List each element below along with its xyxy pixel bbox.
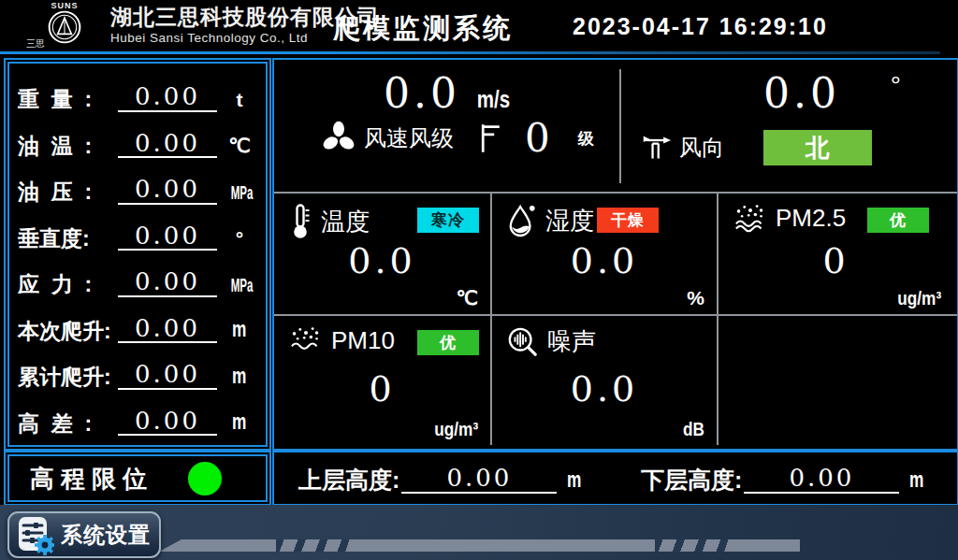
current-climb-label: 本次爬升: [18,319,113,343]
elevation-limit-box: 高程限位 [4,451,271,506]
temperature-card: 温度 寒冷 0.0 ℃ [274,194,490,314]
wind-direction-value: 0.0 [763,69,840,117]
pm10-status-badge: 优 [417,330,479,355]
total-climb-label: 累计爬升: [18,365,113,389]
oil-temp-label: 油 温 : [18,134,113,158]
temperature-unit: ℃ [456,287,478,309]
wind-speed-label: 风速风级 [364,123,454,153]
system-settings-button[interactable]: 系统设置 [7,511,161,558]
verticality-label: 垂直度: [18,226,113,251]
wind-direction-row: 风向 [642,133,724,163]
temperature-value: 0.0 [274,240,490,283]
wind-level-row: 风速风级 0 级 [321,119,619,158]
wind-level-value: 0 [525,119,554,158]
humidity-unit: % [687,287,704,309]
noise-value: 0.0 [492,368,717,411]
oil-pressure-unit: MPa [222,180,257,205]
metric-row-height-diff: 高 差 : 0.00 m [18,395,257,438]
logo-mark-icon [48,10,81,44]
temperature-status-badge: 寒冷 [417,208,479,233]
verticality-unit: ° [222,226,257,251]
upper-height-group: 上层高度: 0.00 m [298,460,585,494]
metric-row-weight: 重 量 : 0.00 t [18,71,257,114]
particles-icon [289,325,323,355]
noise-meter-icon [507,326,539,358]
upper-height-value: 0.00 [401,465,557,494]
noise-header: 噪声 [507,325,596,358]
climbing-formwork-monitor-screen: SUNS 三思 湖北三思科技股份有限公司 Hubei Sansi Technol… [0,0,958,560]
pm10-card: PM10 优 0 ug/m³ [274,316,490,445]
current-climb-unit: m [222,315,257,343]
height-diff-value: 0.00 [118,408,217,437]
elevation-limit-status-light [188,462,222,495]
oil-pressure-value: 0.00 [118,176,217,205]
metric-row-oil-pressure: 油 压 : 0.00 MPa [18,164,257,207]
metric-rows: 重 量 : 0.00 t 油 温 : 0.00 ℃ 油 压 : 0.00 MPa… [18,69,257,439]
fan-icon [321,121,356,156]
lower-height-value: 0.00 [744,465,899,494]
system-settings-label: 系统设置 [61,521,151,550]
wind-speed-value: 0.0 [384,69,460,117]
upper-height-unit: m [564,467,584,494]
height-diff-label: 高 差 : [18,411,113,436]
wind-vane-icon [642,133,672,163]
pm10-value: 0 [274,368,490,411]
height-diff-unit: m [222,408,257,436]
elevation-limit-box-inner: 高程限位 [7,454,268,502]
total-climb-value: 0.00 [118,361,217,390]
metric-row-current-climb: 本次爬升: 0.00 m [18,302,257,345]
oil-temp-value: 0.00 [118,130,217,159]
pm25-card: PM2.5 优 0 ug/m³ [718,194,953,314]
wind-speed-value-line: 0.0m/s [274,69,619,117]
stress-label: 应 力 : [18,272,113,296]
stripe-gap [276,539,349,552]
pm10-label: PM10 [331,326,395,355]
upper-height-label: 上层高度: [298,467,399,494]
humidity-status-badge: 干燥 [597,208,659,233]
total-climb-unit: m [222,362,257,390]
layer-heights-box: 上层高度: 0.00 m 下层高度: 0.00 m [272,451,958,506]
humidity-label: 湿度 [545,205,594,237]
logo-suns-text: SUNS [24,1,105,10]
settings-sliders-gear-icon [17,514,54,555]
header-divider [0,51,940,54]
stress-value: 0.00 [118,268,217,297]
lower-height-label: 下层高度: [641,467,742,494]
noise-unit: dB [678,418,704,440]
humidity-card: 湿度 干燥 0.0 % [492,194,717,314]
weight-unit: t [222,88,257,112]
noise-label: 噪声 [547,325,596,358]
wind-direction-label: 风向 [679,133,724,163]
hydraulic-metrics-panel-inner: 重 量 : 0.00 t 油 温 : 0.00 ℃ 油 压 : 0.00 MPa… [7,62,268,447]
temperature-header: 温度 [289,203,370,240]
oil-pressure-label: 油 压 : [18,179,113,204]
weight-value: 0.00 [118,83,217,112]
wind-direction-indicator[interactable]: 北 [763,130,872,165]
wind-speed-section: 0.0m/s 风速风级 0 级 [274,60,619,192]
thermometer-icon [289,203,312,240]
wind-level-unit: 级 [578,128,594,150]
humidity-header: 湿度 [507,203,594,238]
pm25-label: PM2.5 [776,204,846,233]
stress-unit: MPa [222,273,257,297]
metric-row-oil-temp: 油 温 : 0.00 ℃ [18,117,257,160]
droplet-icon [507,203,537,238]
bottom-taskbar: 系统设置 [0,505,958,560]
metric-row-stress: 应 力 : 0.00 MPa [18,256,257,299]
particles-icon [733,203,767,233]
wind-direction-unit: ° [891,71,901,101]
hydraulic-metrics-panel: 重 量 : 0.00 t 油 温 : 0.00 ℃ 油 压 : 0.00 MPa… [4,58,271,451]
pm25-value: 0 [718,240,953,283]
pm10-header: PM10 [289,325,395,355]
metric-row-total-climb: 累计爬升: 0.00 m [18,349,257,392]
metric-row-verticality: 垂直度: 0.00 ° [18,209,257,252]
temperature-label: 温度 [321,206,370,238]
header: SUNS 三思 湖北三思科技股份有限公司 Hubei Sansi Technol… [0,0,958,51]
humidity-value: 0.0 [492,240,717,283]
lower-height-group: 下层高度: 0.00 m [641,460,927,494]
noise-card: 噪声 0.0 dB [492,316,717,445]
pm25-unit: ug/m³ [888,287,941,309]
datetime-display: 2023-04-17 16:29:10 [573,13,828,40]
taskbar-stripe-band [159,539,800,552]
wind-direction-section: 0.0 ° 风向 北 [621,60,953,192]
